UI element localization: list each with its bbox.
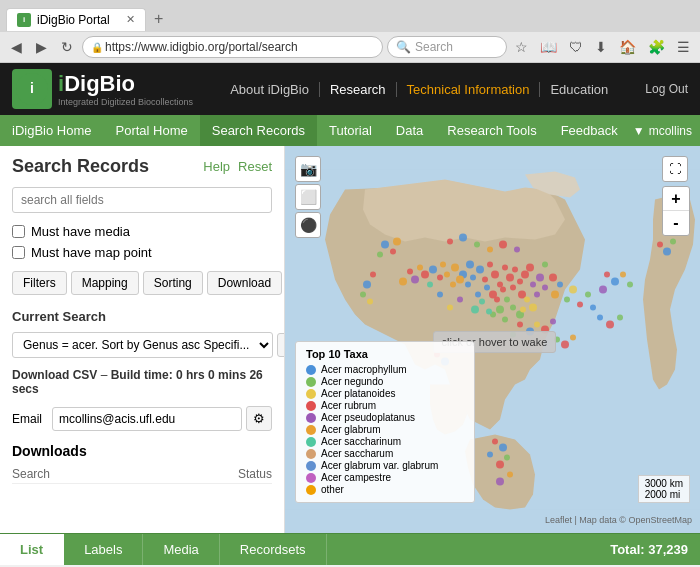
svg-point-85	[447, 239, 453, 245]
user-area[interactable]: ▼ mcollins	[633, 124, 700, 138]
svg-point-81	[370, 272, 376, 278]
must-have-map-point-label: Must have map point	[31, 245, 152, 260]
nav-research-tools[interactable]: Research Tools	[435, 115, 548, 146]
back-button[interactable]: ◀	[6, 37, 27, 57]
svg-point-37	[536, 274, 544, 282]
header-nav-research[interactable]: Research	[320, 82, 397, 97]
bookmark-icon[interactable]: 📖	[536, 37, 561, 57]
svg-point-65	[399, 278, 407, 286]
svg-point-60	[577, 302, 583, 308]
filters-button[interactable]: Filters	[12, 271, 67, 295]
zoom-in-button[interactable]: +	[663, 187, 689, 211]
nav-portal-home[interactable]: Portal Home	[103, 115, 199, 146]
tab-favicon: i	[17, 13, 31, 27]
svg-point-4	[502, 265, 508, 271]
menu-icon[interactable]: ☰	[673, 37, 694, 57]
nav-feedback[interactable]: Feedback	[549, 115, 630, 146]
legend-title: Top 10 Taxa	[306, 348, 464, 360]
active-tab[interactable]: i iDigBio Portal ✕	[6, 8, 146, 31]
email-send-button[interactable]: ⚙	[246, 406, 272, 431]
svg-point-17	[518, 291, 526, 299]
must-have-media-checkbox[interactable]	[12, 225, 25, 238]
downloads-section: Downloads Search Status	[0, 435, 284, 488]
logout-button[interactable]: Log Out	[645, 82, 688, 96]
star-icon[interactable]: ☆	[511, 37, 532, 57]
legend-label-4: Acer pseudoplatanus	[321, 412, 415, 423]
map-zoom-controls: ⛶ + -	[662, 156, 690, 236]
svg-point-94	[604, 272, 610, 278]
svg-point-6	[506, 274, 514, 282]
refresh-button[interactable]: ↻	[56, 37, 78, 57]
lock-icon: 🔒	[91, 42, 103, 53]
svg-point-73	[534, 322, 540, 328]
refresh-search-button[interactable]: ↻	[277, 333, 285, 357]
total-count: Total: 37,239	[598, 534, 700, 565]
attribution-text: Leaflet | Map data © OpenStreetMap	[545, 515, 692, 525]
svg-point-14	[526, 264, 534, 272]
panel-links: Help Reset	[203, 159, 272, 174]
fullscreen-button[interactable]: ⛶	[662, 156, 688, 182]
must-have-media-label: Must have media	[31, 224, 130, 239]
panel-title: Search Records	[12, 156, 149, 177]
svg-point-38	[534, 292, 540, 298]
search-input[interactable]	[12, 187, 272, 213]
download-icon[interactable]: ⬇	[591, 37, 611, 57]
user-dropdown-icon: ▼	[633, 124, 645, 138]
sorting-button[interactable]: Sorting	[143, 271, 203, 295]
header-nav-education[interactable]: Education	[540, 82, 618, 97]
scale-2000mi: 2000 mi	[645, 489, 683, 500]
zoom-out-button[interactable]: -	[663, 211, 689, 235]
svg-point-88	[487, 247, 493, 253]
svg-point-70	[517, 322, 523, 328]
svg-point-44	[471, 306, 479, 314]
forward-button[interactable]: ▶	[31, 37, 52, 57]
header-nav-about[interactable]: About iDigBio	[220, 82, 320, 97]
map-area: 📷 ⬜ ⚫ ⛶ + - click or hover to wake Top 1…	[285, 146, 700, 533]
circle-button[interactable]: ⚫	[295, 212, 321, 238]
legend-dot-4	[306, 413, 316, 423]
header-nav-technical[interactable]: Technical Information	[397, 82, 541, 97]
download-button[interactable]: Download	[207, 271, 282, 295]
tab-media[interactable]: Media	[143, 534, 219, 565]
svg-point-108	[496, 478, 504, 486]
tab-close-button[interactable]: ✕	[126, 13, 135, 26]
help-link[interactable]: Help	[203, 159, 230, 174]
email-input[interactable]	[52, 407, 242, 431]
email-send-icon: ⚙	[253, 411, 265, 426]
svg-point-100	[499, 444, 507, 452]
tab-recordsets[interactable]: Recordsets	[220, 534, 327, 565]
nav-tutorial[interactable]: Tutorial	[317, 115, 384, 146]
nav-search-records[interactable]: Search Records	[200, 115, 317, 146]
extension-icon[interactable]: 🧩	[644, 37, 669, 57]
shield-icon[interactable]: 🛡	[565, 37, 587, 57]
scale-bar: 3000 km 2000 mi	[638, 475, 690, 503]
map-toolbar: 📷 ⬜ ⚫	[295, 156, 321, 238]
left-panel: Search Records Help Reset Must have medi…	[0, 146, 285, 533]
download-csv-section: Download CSV – Build time: 0 hrs 0 mins …	[0, 362, 284, 402]
svg-point-99	[492, 439, 498, 445]
svg-point-24	[465, 282, 471, 288]
svg-point-63	[590, 305, 596, 311]
must-have-map-point-checkbox[interactable]	[12, 246, 25, 259]
browser-search-bar[interactable]: 🔍 Search	[387, 36, 507, 58]
current-search-select[interactable]: Genus = acer. Sort by Genus asc Specifi.…	[12, 332, 273, 358]
nav-data[interactable]: Data	[384, 115, 435, 146]
new-tab-button[interactable]: +	[146, 6, 171, 32]
legend-dot-5	[306, 425, 316, 435]
svg-point-25	[504, 297, 510, 303]
legend-label-6: Acer saccharinum	[321, 436, 401, 447]
legend-item-6: Acer saccharinum	[306, 436, 464, 447]
download-csv-label: Download CSV	[12, 368, 97, 382]
tab-labels[interactable]: Labels	[64, 534, 143, 565]
reset-link[interactable]: Reset	[238, 159, 272, 174]
nav-idigbio-home[interactable]: iDigBio Home	[0, 115, 103, 146]
square-button[interactable]: ⬜	[295, 184, 321, 210]
tab-list[interactable]: List	[0, 534, 64, 565]
home-icon[interactable]: 🏠	[615, 37, 640, 57]
camera-button[interactable]: 📷	[295, 156, 321, 182]
svg-point-54	[427, 282, 433, 288]
toolbar-icons: ☆ 📖 🛡 ⬇ 🏠 🧩 ☰	[511, 37, 694, 57]
zoom-group: + -	[662, 186, 690, 236]
mapping-button[interactable]: Mapping	[71, 271, 139, 295]
url-bar[interactable]: 🔒 https://www.idigbio.org/portal/search	[82, 36, 383, 58]
